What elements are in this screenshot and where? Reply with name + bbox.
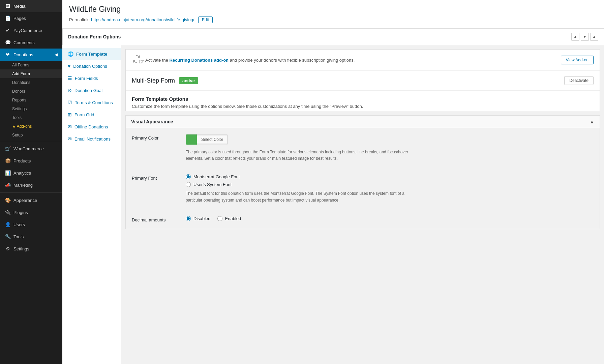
sidebar-sub-add-form[interactable]: Add Form [0,69,62,78]
sidebar-item-media[interactable]: 🖼 Media [0,0,62,12]
font-system-label: User's System Font [193,182,232,187]
primary-color-content: Select Color The primary color is used t… [186,134,594,162]
multi-step-row: Multi-Step Form active Deactivate [126,71,600,91]
visual-appearance-header: Visual Appearance ▲ [126,116,600,128]
left-nav-form-fields[interactable]: ☰ Form Fields [62,72,121,84]
sidebar-item-pages[interactable]: 📄 Pages [0,12,62,24]
sidebar-item-label: Analytics [13,171,31,176]
multi-step-label: Multi-Step Form [132,77,175,84]
sidebar-item-marketing[interactable]: 📣 Marketing [0,179,62,191]
sidebar-item-label: Media [13,4,25,9]
left-nav-donation-goal[interactable]: ⊙ Donation Goal [62,84,121,96]
sidebar-item-label: Pages [13,16,26,21]
decimal-amounts-label: Decimal amounts [132,216,186,222]
decimal-enabled-label: Enabled [225,216,241,221]
decimal-disabled-radio[interactable] [186,216,191,221]
font-system-radio[interactable] [186,182,191,187]
sidebar-item-tools[interactable]: 🔧 Tools [0,231,62,243]
sidebar-sub-addons[interactable]: ★ Add-ons [0,122,62,131]
panel-title: Donation Form Options [68,34,121,39]
products-icon: 📦 [5,158,11,163]
permalink-label: Permalink: [69,17,90,22]
sidebar-item-label: Products [13,158,31,163]
sidebar-item-label: Tools [13,234,24,239]
decimal-enabled-option[interactable]: Enabled [217,216,241,221]
sidebar-sub-donations[interactable]: Donations [0,78,62,87]
font-montserrat-radio[interactable] [186,174,191,179]
sidebar-item-label: Appearance [13,198,37,203]
sidebar-item-settings[interactable]: ⚙ Settings [0,243,62,255]
sidebar-sub-donors[interactable]: Donors [0,87,62,96]
panel-collapse-button[interactable]: ▲ [590,33,598,41]
sidebar-item-woocommerce[interactable]: 🛒 WooCommerce [0,143,62,155]
view-addon-button[interactable]: View Add-on [561,56,594,64]
panel-controls: ▲ ▼ ▲ [571,33,598,41]
left-nav: 🌐 Form Template ♥ Donation Options ☰ For… [62,45,121,364]
sidebar-item-plugins[interactable]: 🔌 Plugins [0,206,62,218]
donation-options-icon: ♥ [68,63,70,69]
sidebar-item-label: Users [13,222,25,227]
panel-up-button[interactable]: ▲ [571,33,579,41]
sidebar-sub-setup[interactable]: Setup [0,131,62,140]
sidebar-divider [0,141,62,141]
decimal-amounts-row: Decimal amounts Disabled Enabled [126,210,600,229]
left-nav-label: Terms & Conditions [75,100,113,105]
sidebar-item-comments[interactable]: 💬 Comments [0,36,62,49]
left-nav-email-notifications[interactable]: ✉ Email Notifications [62,133,121,145]
permalink-link[interactable]: https://andrea.ninjateam.org/donations/w… [91,17,194,22]
sidebar-sub-tools[interactable]: Tools [0,113,62,122]
edit-button[interactable]: Edit [198,17,213,23]
left-nav-label: Offline Donations [74,124,108,129]
sidebar: 🖼 Media 📄 Pages ✔ YayCommerce 💬 Comments… [0,0,62,364]
media-icon: 🖼 [5,3,11,9]
settings-icon: ⚙ [5,246,11,251]
panel-down-button[interactable]: ▼ [581,33,589,41]
sidebar-divider-2 [0,192,62,193]
color-picker[interactable]: Select Color [186,134,228,145]
form-fields-icon: ☰ [68,75,72,81]
font-system-option[interactable]: User's System Font [186,182,594,187]
sidebar-item-appearance[interactable]: 🎨 Appearance [0,194,62,206]
sidebar-item-label: Marketing [13,183,33,188]
sidebar-item-yaycommerce[interactable]: ✔ YayCommerce [0,24,62,36]
decimal-disabled-option[interactable]: Disabled [186,216,211,221]
primary-color-description: The primary color is used throughout the… [186,149,422,162]
recurring-addon-link[interactable]: Recurring Donations add-on [170,58,229,63]
sidebar-sub-reports[interactable]: Reports [0,96,62,104]
recurring-text: Activate the Recurring Donations add-on … [145,58,557,63]
topbar: WildLife Giving Permalink: https://andre… [62,0,604,28]
select-color-text: Select Color [197,136,227,143]
permalink-bar: Permalink: https://andrea.ninjateam.org/… [69,17,597,23]
form-template-options-header: Form Template Options Customize the form… [126,91,600,111]
donation-form-options-panel-header: Donation Form Options ▲ ▼ ▲ [62,28,604,45]
sidebar-sub-all-forms[interactable]: All Forms [0,61,62,69]
sidebar-sub-settings[interactable]: Settings [0,104,62,113]
sidebar-item-label: Comments [13,40,35,45]
decimal-enabled-radio[interactable] [217,216,222,221]
yaycommerce-icon: ✔ [5,28,11,33]
marketing-icon: 📣 [5,182,11,188]
comments-icon: 💬 [5,40,11,45]
left-nav-form-template[interactable]: 🌐 Form Template [62,48,121,60]
primary-font-row: Primary Font Montserrat Google Font User… [126,168,600,210]
sidebar-item-donations[interactable]: ❤ Donations ◀ [0,49,62,61]
visual-appearance-panel: Visual Appearance ▲ Primary Color Select… [125,115,600,229]
left-nav-form-grid[interactable]: ⊞ Form Grid [62,109,121,121]
font-montserrat-label: Montserrat Google Font [193,174,240,179]
sidebar-item-users[interactable]: 👤 Users [0,218,62,231]
page-title: WildLife Giving [69,5,597,14]
sidebar-item-products[interactable]: 📦 Products [0,155,62,167]
visual-appearance-collapse-button[interactable]: ▲ [590,119,594,124]
sidebar-item-analytics[interactable]: 📊 Analytics [0,167,62,179]
sidebar-item-label: YayCommerce [13,28,42,33]
left-nav-terms-conditions[interactable]: ☑ Terms & Conditions [62,96,121,109]
left-nav-donation-options[interactable]: ♥ Donation Options [62,60,121,72]
font-montserrat-option[interactable]: Montserrat Google Font [186,174,594,179]
form-template-options-title: Form Template Options [132,96,594,102]
left-nav-offline-donations[interactable]: ✉ Offline Donations [62,121,121,133]
form-grid-icon: ⊞ [68,112,72,117]
sidebar-item-label: Plugins [13,210,28,215]
deactivate-button[interactable]: Deactivate [564,76,594,85]
primary-color-label: Primary Color [132,134,186,141]
donation-goal-icon: ⊙ [68,88,72,93]
